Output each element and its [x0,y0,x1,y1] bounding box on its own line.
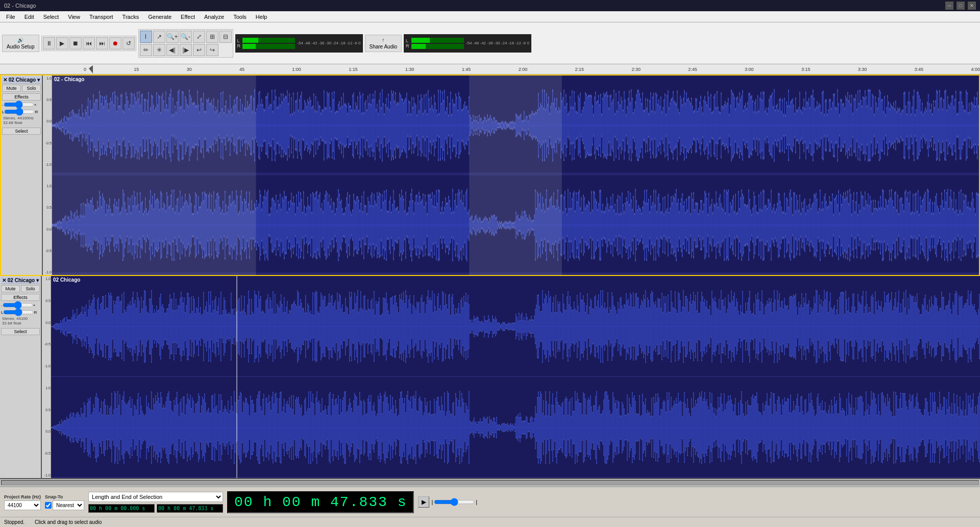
selection-end-input[interactable] [157,504,223,513]
track-area: ✕ 02 Chicago ▾ Mute Solo Effects - + L [0,74,980,479]
zoom-fit-button[interactable]: ⊞ [206,31,218,43]
loop-button[interactable]: ↺ [122,37,135,49]
track-2-waveform[interactable]: 02 Chicago [51,276,980,478]
ruler-mark-30: 30 [187,67,192,72]
menu-select[interactable]: Select [39,13,63,21]
track-1-info-line1: Stereo, 44100Hz [3,116,40,120]
menu-view[interactable]: View [64,13,84,21]
status-text: Stopped. [4,519,24,525]
menu-help[interactable]: Help [252,13,272,21]
menu-tracks[interactable]: Tracks [118,13,143,21]
stop-button[interactable]: ⏹ [69,37,82,49]
snap-to-label: Snap-To [45,494,84,499]
track-2-mute[interactable]: Mute [1,285,20,292]
project-rate-select[interactable]: 44100 48000 22050 [4,500,41,510]
select-tool-button[interactable]: I [140,31,152,43]
track-2-y-axis: 1.0 0.5 0.0 -0.5 -1.0 1.0 0.5 0.0 -0.5 -… [42,276,51,478]
ruler-mark-115: 1:15 [349,67,358,72]
track-2: ✕ 02 Chicago ▾ Mute Solo Effects - + L [0,276,980,479]
pause-button[interactable]: ⏸ [43,37,55,49]
selection-mode-select[interactable]: Length and End of Selection Start and En… [88,492,223,502]
ruler-mark-345: 3:45 [915,67,924,72]
track-1-pan-slider[interactable] [4,108,35,115]
maximize-button[interactable]: □ [957,2,965,10]
audio-setup-label: Audio Setup [7,44,35,49]
zoom-out2-button[interactable]: ⊟ [219,31,232,43]
ruler-mark-315: 3:15 [801,67,811,72]
track-1-gain-slider[interactable] [4,101,34,108]
track-2-close[interactable]: ✕ [2,278,6,283]
track-2-effects[interactable]: Effects [1,294,40,301]
share-icon: ↑ [382,37,384,43]
speed-slider-group: | | [431,498,477,506]
prev-button[interactable]: ⏮ [83,37,95,49]
track-2-select[interactable]: Select [1,328,40,335]
share-audio-button[interactable]: ↑ Share Audio [365,35,402,52]
main-time-display: 00 h 00 m 47.833 s [227,491,414,513]
track-1-select[interactable]: Select [2,128,41,135]
timeline-ruler[interactable]: 0 15 30 45 1:00 1:15 1:30 1:45 2:00 2:15… [0,64,980,74]
close-button[interactable]: ✕ [968,2,976,10]
redo-button[interactable]: ↪ [206,44,218,56]
ruler-mark-215: 2:15 [575,67,584,72]
track-2-header: ✕ 02 Chicago ▾ [1,277,40,284]
minimize-button[interactable]: ─ [945,2,953,10]
ruler-mark-245: 2:45 [688,67,697,72]
play-button[interactable]: ▶ [56,37,68,49]
track-2-arrow[interactable]: ▾ [36,278,39,283]
track-1-close[interactable]: ✕ [3,77,7,83]
menu-transport[interactable]: Transport [85,13,117,21]
menu-file[interactable]: File [2,13,19,21]
multi-tool-button[interactable]: ✳ [153,44,165,56]
track-2-gain-slider[interactable] [3,302,33,309]
horizontal-scrollbar[interactable] [0,479,980,486]
output-meter: LR -54 -48 -42 -36 -30 -24 -18 -12 -6 0 [404,34,531,53]
track-1-arrow[interactable]: ▾ [37,77,40,83]
zoom-sel-button[interactable]: ⤢ [193,31,205,43]
ruler-mark-145: 1:45 [462,67,471,72]
track-1-gain-plus: + [34,103,37,107]
track-1: ✕ 02 Chicago ▾ Mute Solo Effects - + L [0,74,980,276]
share-audio-label: Share Audio [370,44,398,49]
scrollbar-track[interactable] [1,480,979,485]
speaker-icon: 🔊 [17,37,23,43]
track-1-effects[interactable]: Effects [2,93,41,101]
track-2-info-line1: Stereo, 44100 [2,316,39,321]
ruler-mark-0: 0 [84,67,86,72]
main-content: ✕ 02 Chicago ▾ Mute Solo Effects - + L [0,74,980,479]
track-2-solo[interactable]: Solo [21,285,40,292]
tool-controls: I ↗ 🔍+ 🔍- ⤢ ⊞ ⊟ ✏ ✳ ◀| |▶ ↩ ↪ [138,29,233,58]
snap-to-select[interactable]: Nearest Prior Next [53,500,84,510]
track-1-canvas [52,76,979,275]
track-2-pan-r: R [34,310,37,315]
trim-left-button[interactable]: ◀| [166,44,179,56]
speed-right-marker: | [476,499,477,505]
zoom-out-button[interactable]: 🔍- [180,31,192,43]
menu-edit[interactable]: Edit [20,13,38,21]
track-1-pan-row: L R [2,108,41,115]
playback-speed-slider[interactable] [434,498,475,506]
menu-generate[interactable]: Generate [144,13,176,21]
snap-to-checkbox[interactable] [45,502,52,509]
selection-start-input[interactable] [88,504,155,513]
ruler-mark-300: 3:00 [745,67,754,72]
record-button[interactable]: ⏺ [109,37,121,49]
zoom-in-button[interactable]: 🔍+ [166,31,179,43]
draw-tool-button[interactable]: ✏ [140,44,152,56]
menu-analyze[interactable]: Analyze [200,13,228,21]
envelope-tool-button[interactable]: ↗ [153,31,165,43]
track-1-waveform[interactable]: 02 - Chicago [52,76,979,275]
track-1-mute[interactable]: Mute [2,85,21,92]
input-meter: LR -54 -48 -42 -36 -30 -24 -18 -12 -6 0 [235,34,363,53]
audio-setup-button[interactable]: 🔊 Audio Setup [2,35,39,52]
playback-play-button[interactable]: ▶ [418,496,429,508]
ruler-mark-400: 4:00 [971,67,980,72]
menu-effect[interactable]: Effect [177,13,199,21]
menu-tools[interactable]: Tools [229,13,251,21]
track-1-solo[interactable]: Solo [22,85,41,92]
track-2-pan-slider[interactable] [3,309,34,316]
track-1-controls: ✕ 02 Chicago ▾ Mute Solo Effects - + L [1,76,43,275]
undo-button[interactable]: ↩ [193,44,205,56]
trim-right-button[interactable]: |▶ [180,44,192,56]
next-button[interactable]: ⏭ [96,37,108,49]
